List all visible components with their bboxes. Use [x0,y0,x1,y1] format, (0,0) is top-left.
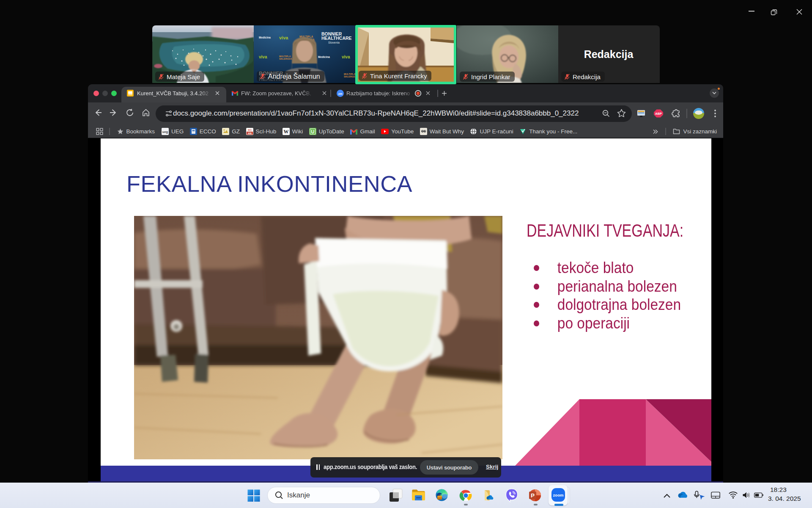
svg-text:viva: viva [279,35,288,40]
svg-text:viva: viva [259,55,267,59]
svg-text:U: U [311,129,314,134]
svg-text:zm: zm [338,92,343,95]
svg-text:SKLEROZA: SKLEROZA [279,58,292,60]
svg-text:Medicina: Medicina [259,36,271,39]
svg-text:HUB: HUB [248,133,252,135]
svg-text:Slovenia: Slovenia [328,41,340,44]
svg-text:Medicina: Medicina [318,55,330,58]
svg-text:W: W [283,129,288,135]
svg-text:ueg: ueg [162,130,168,134]
svg-text:SCI: SCI [248,129,252,132]
svg-text:viva: viva [342,55,350,59]
svg-text:HEALTHCARE: HEALTHCARE [321,36,352,41]
svg-text:ABP: ABP [655,112,662,116]
svg-text:P: P [531,492,535,499]
svg-text:SKLEROZA: SKLEROZA [344,75,355,78]
